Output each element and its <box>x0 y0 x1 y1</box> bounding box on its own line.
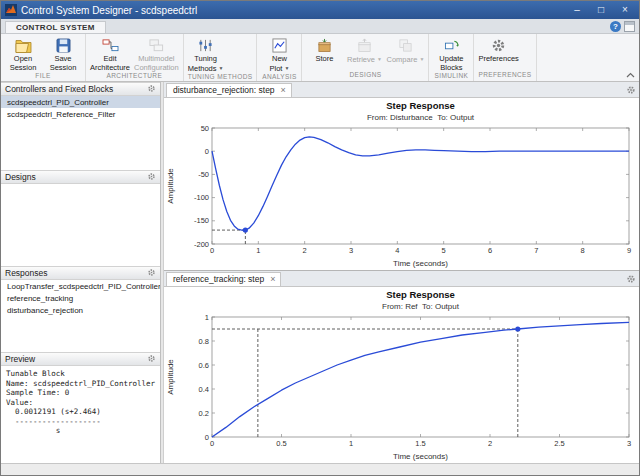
panel-gear-icon[interactable] <box>147 354 156 365</box>
svg-text:1.5: 1.5 <box>415 439 425 448</box>
svg-text:1: 1 <box>349 439 353 448</box>
open-folder-icon <box>15 36 32 54</box>
tuning-methods-text: Tuning Methods <box>188 54 217 73</box>
svg-text:5: 5 <box>442 246 446 255</box>
list-item-reference-filter[interactable]: scdspeedctrl_Reference_Filter <box>1 108 160 120</box>
open-session-label: Open Session <box>10 55 37 72</box>
reference-tracking-plot[interactable]: 00.511.522.5300.20.40.60.81Step Response… <box>164 287 639 463</box>
ribbon-group-designs: Store Retrieve ▼ Compare ▼ DESIGNS <box>302 34 429 81</box>
tab-control-system[interactable]: CONTROL SYSTEM <box>5 21 106 33</box>
panel-title-responses: Responses <box>5 268 48 278</box>
maximize-button[interactable]: □ <box>591 1 611 19</box>
dropdown-arrow-icon: ▼ <box>219 65 224 71</box>
ribbon-group-tuning-methods: Tuning Methods ▼ TUNING METHODS <box>184 34 258 81</box>
svg-text:-100: -100 <box>194 193 209 202</box>
ribbon-group-preferences: Preferences PREFERENCES <box>474 34 536 81</box>
compare-button[interactable]: Compare ▼ <box>384 35 426 65</box>
ribbon-group-label-simulink: SIMULINK <box>431 72 471 81</box>
disturbance-rejection-document: disturbance_rejection: step × 0123456789… <box>164 82 639 271</box>
save-session-label: Save Session <box>50 55 77 72</box>
update-blocks-icon <box>444 36 459 54</box>
tab-reference-tracking-step[interactable]: reference_tracking: step × <box>166 272 281 286</box>
edit-architecture-label: Edit Architecture <box>90 55 130 72</box>
svg-text:1: 1 <box>256 246 260 255</box>
doc-tab-bar: reference_tracking: step × <box>164 271 639 287</box>
svg-text:Amplitude: Amplitude <box>166 168 175 204</box>
svg-text:0: 0 <box>210 246 214 255</box>
panel-gear-icon[interactable] <box>147 268 156 279</box>
data-browser-sidebar: Controllers and Fixed Blocks scdspeedctr… <box>1 82 161 463</box>
close-tab-icon[interactable]: × <box>270 275 275 283</box>
retrieve-label: Retrieve ▼ <box>347 55 382 65</box>
panel-title-controllers: Controllers and Fixed Blocks <box>5 84 113 94</box>
multimodel-configuration-button[interactable]: Multimodel Configuration <box>132 35 181 72</box>
panel-title-preview: Preview <box>5 354 35 364</box>
disturbance-rejection-plot[interactable]: 0123456789-200-150-100-50050Step Respons… <box>164 98 639 270</box>
close-tab-icon[interactable]: × <box>281 86 286 94</box>
compare-icon <box>398 36 413 54</box>
ribbon-group-architecture: Edit Architecture Multimodel Configurati… <box>86 34 184 81</box>
app-window: Control System Designer - scdspeedctrl –… <box>0 0 640 476</box>
ribbon-group-label-preferences: PREFERENCES <box>476 71 533 81</box>
new-plot-button[interactable]: New Plot ▼ <box>259 35 299 73</box>
collapse-ribbon-icon[interactable] <box>624 70 636 79</box>
status-bar <box>1 463 639 475</box>
help-icon[interactable]: ? <box>610 21 621 32</box>
retrieve-text: Retrieve <box>347 55 375 64</box>
svg-text:1: 1 <box>205 313 209 322</box>
compare-text: Compare <box>386 55 417 64</box>
ribbon-group-label-analysis: ANALYSIS <box>259 73 299 81</box>
ribbon-group-label-file: FILE <box>3 72 83 81</box>
compare-label: Compare ▼ <box>386 55 424 65</box>
svg-text:0.5: 0.5 <box>276 439 286 448</box>
panel-header-controllers[interactable]: Controllers and Fixed Blocks <box>1 82 160 96</box>
retrieve-button[interactable]: Retrieve ▼ <box>344 35 384 65</box>
ribbon-group-label-designs: DESIGNS <box>304 71 426 81</box>
panel-gear-icon[interactable] <box>147 172 156 183</box>
list-item-looptransfer[interactable]: LoopTransfer_scdspeedctrl_PID_Controller <box>1 280 160 292</box>
list-item-reference-tracking[interactable]: reference_tracking <box>1 292 160 304</box>
panel-header-designs[interactable]: Designs <box>1 170 160 184</box>
layout-icon[interactable] <box>624 21 635 32</box>
svg-text:8: 8 <box>581 246 585 255</box>
svg-text:2.5: 2.5 <box>554 439 564 448</box>
svg-text:3: 3 <box>627 439 631 448</box>
save-icon <box>56 36 71 54</box>
svg-text:2: 2 <box>303 246 307 255</box>
new-plot-icon <box>272 36 287 54</box>
reference-tracking-document: reference_tracking: step × 00.511.522.53… <box>164 271 639 463</box>
edit-architecture-icon <box>102 36 119 54</box>
panel-header-preview[interactable]: Preview <box>1 352 160 366</box>
update-blocks-button[interactable]: Update Blocks <box>431 35 471 72</box>
list-item-disturbance-rejection[interactable]: disturbance_rejection <box>1 304 160 316</box>
minimize-button[interactable]: – <box>567 1 587 19</box>
tab-disturbance-rejection-step[interactable]: disturbance_rejection: step × <box>166 83 292 97</box>
plot-options-gear-icon[interactable] <box>626 274 636 284</box>
store-label: Store <box>316 55 334 64</box>
preferences-button[interactable]: Preferences <box>476 35 520 64</box>
plot-options-gear-icon[interactable] <box>626 85 636 95</box>
list-item-pid-controller[interactable]: scdspeedctrl_PID_Controller <box>1 96 160 108</box>
preferences-gear-icon <box>491 36 506 54</box>
svg-text:From: Disturbance To: Output: From: Disturbance To: Output <box>367 113 475 122</box>
tab-label: reference_tracking: step <box>173 274 264 284</box>
panel-header-responses[interactable]: Responses <box>1 266 160 280</box>
app-icon <box>5 4 17 16</box>
content-area: Controllers and Fixed Blocks scdspeedctr… <box>1 82 639 463</box>
tuning-methods-button[interactable]: Tuning Methods ▼ <box>186 35 226 73</box>
ribbon-tab-strip: CONTROL SYSTEM ? <box>1 19 639 34</box>
svg-text:50: 50 <box>201 124 209 133</box>
store-button[interactable]: Store <box>304 35 344 64</box>
doc-tab-bar: disturbance_rejection: step × <box>164 82 639 98</box>
preview-text: Tunable Block Name: scdspeedctrl_PID_Con… <box>1 366 160 463</box>
close-button[interactable]: × <box>615 1 635 19</box>
controllers-list: scdspeedctrl_PID_Controller scdspeedctrl… <box>1 96 160 170</box>
retrieve-icon <box>357 36 372 54</box>
ribbon: Open Session Save Session FILE Edit Arch… <box>1 34 639 82</box>
open-session-button[interactable]: Open Session <box>3 35 43 72</box>
save-session-button[interactable]: Save Session <box>43 35 83 72</box>
panel-gear-icon[interactable] <box>147 84 156 95</box>
dropdown-arrow-icon: ▼ <box>377 56 382 62</box>
ribbon-group-label-architecture: ARCHITECTURE <box>88 72 181 81</box>
edit-architecture-button[interactable]: Edit Architecture <box>88 35 132 72</box>
